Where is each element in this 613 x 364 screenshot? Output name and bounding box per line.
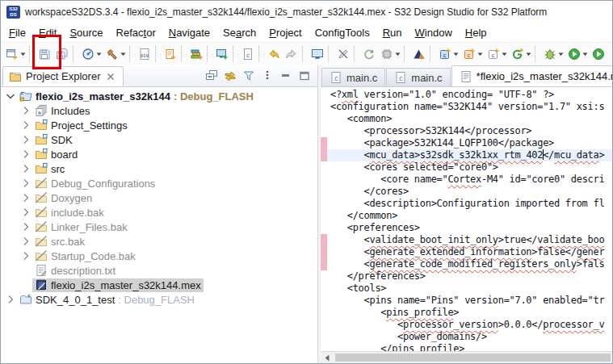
code-line[interactable]: </pins_profile> xyxy=(321,343,612,351)
tree-item-board[interactable]: board xyxy=(1,147,317,161)
chevron-right-icon[interactable] xyxy=(19,249,32,262)
new-dropdown-icon[interactable] xyxy=(20,52,26,56)
code-line[interactable]: <common> xyxy=(321,113,612,125)
c-file-button[interactable]: c xyxy=(239,44,257,64)
chevron-right-icon[interactable] xyxy=(19,119,32,132)
menu-project[interactable]: Project xyxy=(262,24,308,41)
scroll-left-arrow-icon[interactable] xyxy=(321,352,334,363)
run-dropdown-icon[interactable] xyxy=(582,52,588,56)
menu-configtools[interactable]: ConfigTools xyxy=(309,24,376,41)
peripherals-button[interactable] xyxy=(187,44,205,64)
terminal-button[interactable] xyxy=(309,44,326,64)
generate-code-button[interactable] xyxy=(509,44,533,64)
chevron-right-icon[interactable] xyxy=(19,133,32,146)
code-line[interactable]: <configuration name="S32K144" version="1… xyxy=(321,101,612,113)
binary-console-button[interactable]: 010 xyxy=(136,44,153,64)
chevron-right-icon[interactable] xyxy=(19,220,32,233)
chevron-right-icon[interactable] xyxy=(19,191,32,204)
chevron-right-icon[interactable] xyxy=(19,177,32,190)
code-line[interactable]: <pins name="Pins" version="7.0" enabled=… xyxy=(321,295,612,307)
code-line[interactable]: <package>S32K144_LQFP100</package> xyxy=(321,137,612,149)
target-device-button[interactable] xyxy=(378,44,402,64)
tree-item-sdk-4-0-1-test[interactable]: cSDK_4_0_1_test: Debug_FLASH xyxy=(1,292,317,307)
new-c-project-button[interactable]: c xyxy=(460,44,485,64)
code-line[interactable]: <generate_extended_information>false</ge… xyxy=(321,246,612,258)
tree-item-src[interactable]: src xyxy=(1,161,317,176)
code-line[interactable]: <?xml version="1.0" encoding= "UTF-8" ?> xyxy=(321,89,612,101)
chevron-right-icon[interactable] xyxy=(19,104,32,117)
chevron-down-icon[interactable] xyxy=(4,90,17,103)
new-c-project-dropdown-icon[interactable] xyxy=(477,52,483,56)
config-tools-button[interactable] xyxy=(79,44,103,64)
tree-item-includes[interactable]: hIncludes xyxy=(1,103,317,118)
target-device-dropdown-icon[interactable] xyxy=(395,52,401,56)
chevron-right-icon[interactable] xyxy=(19,148,32,161)
new-project-dropdown-icon[interactable] xyxy=(502,52,507,56)
tree-item-doxygen[interactable]: Doxygen xyxy=(1,190,317,205)
chevron-right-icon[interactable] xyxy=(4,293,17,306)
tree-item-include-bak[interactable]: include.bak xyxy=(1,205,317,220)
code-line[interactable]: <core name="Cortex-M4" id="core0" descri xyxy=(321,174,612,186)
menu-run[interactable]: Run xyxy=(376,24,409,41)
config-tools-dropdown-icon[interactable] xyxy=(96,52,102,56)
code-line[interactable]: <mcu_data>s32sdk_s32k1xx_rtm_402</mcu_da… xyxy=(321,149,612,161)
new-debug-config-button[interactable] xyxy=(213,44,231,64)
build-button[interactable] xyxy=(103,44,128,64)
maximize-button[interactable] xyxy=(298,69,311,82)
code-line[interactable]: <processor_version>0.0.0</processor_v xyxy=(321,319,612,331)
code-line[interactable]: <cores selected="core0"> xyxy=(321,161,612,174)
tree-item-sdk[interactable]: SDK xyxy=(1,132,317,147)
chevron-right-icon[interactable] xyxy=(19,162,32,175)
collapse-all-button[interactable] xyxy=(205,69,218,82)
code-line[interactable]: <generate_code_modified_registers_only>f… xyxy=(321,258,612,270)
code-line[interactable]: </cores> xyxy=(321,186,612,198)
run-button[interactable] xyxy=(565,44,590,64)
editor-tab-flexio-i2s-master-s32k144-mex[interactable]: *flexio_i2s_master_s32k144.mex xyxy=(451,65,612,86)
editor-tab-main-c[interactable]: c.main.c xyxy=(321,68,385,86)
generate-code-dropdown-icon[interactable] xyxy=(526,52,531,56)
build-dropdown-icon[interactable] xyxy=(120,52,126,56)
tree-item-project-settings[interactable]: Project_Settings xyxy=(1,118,317,132)
code-line[interactable]: <pins_profile> xyxy=(321,307,612,319)
tree-item-description-txt[interactable]: description.txt xyxy=(1,263,317,278)
tree-item-flexio-i2s-master-s32k144[interactable]: cflexio_i2s_master_s32k144: Debug_FLASH xyxy=(1,89,317,103)
new-cpp-project-button[interactable]: c xyxy=(436,44,460,64)
debug-button[interactable] xyxy=(541,44,565,64)
flash-programmer-button[interactable] xyxy=(360,44,378,64)
new-config-button[interactable] xyxy=(162,44,179,64)
forward-button[interactable] xyxy=(283,44,300,64)
chevron-right-icon[interactable] xyxy=(19,235,32,248)
code-line[interactable]: <description>Configuration imported from… xyxy=(321,198,612,210)
menu-refactor[interactable]: Refactor xyxy=(110,24,162,41)
new-cpp-project-dropdown-icon[interactable] xyxy=(453,52,459,56)
new-button[interactable] xyxy=(3,44,27,64)
code-line[interactable]: </common> xyxy=(321,210,612,222)
back-button[interactable] xyxy=(265,44,283,64)
annotate-button[interactable] xyxy=(334,44,352,64)
menu-search[interactable]: Search xyxy=(216,24,262,41)
menu-file[interactable]: File xyxy=(2,24,32,41)
filter-button[interactable] xyxy=(242,69,255,82)
analysis-button[interactable] xyxy=(410,44,428,64)
menu-window[interactable]: Window xyxy=(409,24,459,41)
code-line[interactable]: <processor>S32K144</processor> xyxy=(321,125,612,137)
code-line[interactable]: <preferences> xyxy=(321,222,612,234)
tree-item-src-bak[interactable]: src.bak xyxy=(1,234,317,249)
code-line[interactable]: <validate_boot_init_only>true</validate_… xyxy=(321,234,612,246)
tree-item-debug-configurations[interactable]: Debug_Configurations xyxy=(1,176,317,190)
editor-hscrollbar[interactable] xyxy=(321,351,612,363)
editor-tab-main-c[interactable]: c.main.c xyxy=(386,68,450,86)
link-with-editor-button[interactable] xyxy=(224,69,237,82)
code-line[interactable]: </preferences> xyxy=(321,270,612,282)
new-project-button[interactable]: c xyxy=(485,44,509,64)
close-icon[interactable] xyxy=(104,70,117,83)
code-line[interactable]: <tools> xyxy=(321,282,612,295)
chevron-right-icon[interactable] xyxy=(19,206,32,219)
tree-item-startup-code-bak[interactable]: Startup_Code.bak xyxy=(1,249,317,263)
code-line[interactable]: <power_domains/> xyxy=(321,331,612,343)
tree-item-flexio-i2s-master-s32k144-mex[interactable]: flexio_i2s_master_s32k144.mex xyxy=(1,278,317,292)
menu-navigate[interactable]: Navigate xyxy=(162,24,216,41)
tree-item-linker-files-bak[interactable]: Linker_Files.bak xyxy=(1,220,317,234)
menu-source[interactable]: Source xyxy=(63,24,109,41)
tab-project-explorer[interactable]: Project Explorer xyxy=(2,66,124,86)
